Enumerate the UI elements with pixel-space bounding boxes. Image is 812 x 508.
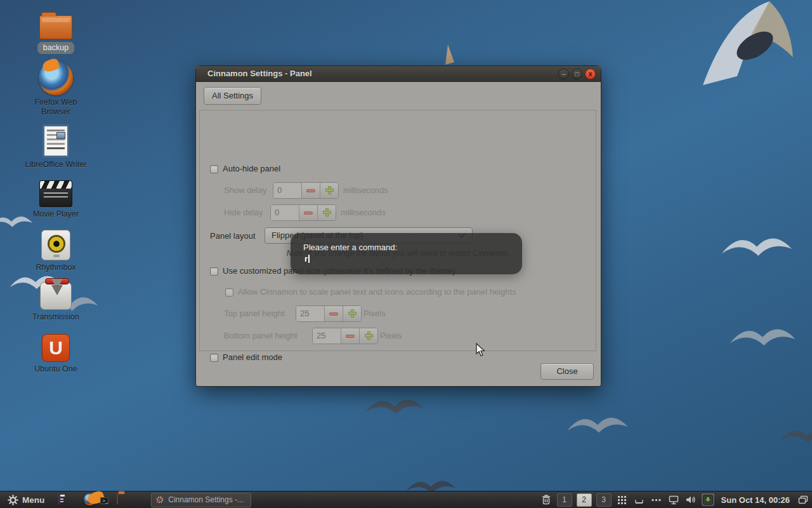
desktop-icon-rhythmbox[interactable]: Rhythmbox	[10, 230, 102, 272]
minimized-window-icon[interactable]	[633, 493, 646, 506]
increment-button[interactable]	[320, 183, 338, 198]
taskbar-item-cinnamon-settings[interactable]: Cinnamon Settings -...	[151, 493, 251, 507]
desktop-icon-label: LibreOffice Writer	[10, 160, 102, 170]
command-prompt-label: Please enter a command:	[303, 243, 397, 252]
display-icon[interactable]	[667, 493, 680, 506]
firefox-icon	[84, 493, 96, 505]
decrement-button[interactable]	[299, 205, 317, 220]
top-height-spinner[interactable]: 25	[296, 305, 362, 322]
hide-delay-spinner[interactable]: 0	[270, 204, 336, 221]
trash-icon[interactable]	[540, 493, 553, 506]
close-window-button[interactable]: x	[585, 69, 596, 79]
desktop-icon-ubuntu-one[interactable]: U Ubuntu One	[10, 334, 102, 374]
show-delay-spinner[interactable]: 0	[273, 182, 339, 199]
menu-button[interactable]: Menu	[5, 493, 47, 507]
download-lever-icon	[40, 282, 72, 310]
auto-hide-checkbox[interactable]	[210, 165, 218, 173]
plus-icon	[365, 331, 373, 340]
show-desktop-launcher[interactable]	[58, 493, 71, 506]
show-delay-unit: milliseconds	[343, 185, 388, 195]
clock[interactable]: Sun Oct 14, 00:26	[721, 495, 790, 505]
show-delay-label: Show delay	[224, 185, 266, 195]
desktop-icon-transmission[interactable]: Transmission	[10, 282, 102, 322]
decrement-button[interactable]	[341, 328, 359, 344]
bird-silhouette	[727, 318, 798, 361]
workspace-button-3[interactable]: 3	[596, 493, 612, 507]
panel-edit-mode-label: Panel edit mode	[223, 352, 282, 362]
plus-icon	[348, 309, 357, 318]
writer-document-icon	[43, 124, 69, 157]
desktop-icon-movie-player[interactable]: Movie Player	[10, 180, 102, 219]
speaker-icon	[41, 230, 70, 260]
titlebar[interactable]: Cinnamon Settings - Panel – □ x	[196, 66, 601, 82]
desktop-icon-label: Ubuntu One	[10, 364, 102, 374]
minus-icon	[306, 189, 315, 192]
top-height-value[interactable]: 25	[296, 306, 324, 321]
minus-icon	[329, 312, 338, 316]
close-button[interactable]: Close	[540, 363, 594, 380]
menu-label: Menu	[22, 495, 44, 505]
maximize-button[interactable]: □	[572, 69, 582, 79]
firefox-launcher[interactable]	[84, 493, 96, 506]
workspace-button-2[interactable]: 2	[577, 493, 592, 507]
bottom-height-value[interactable]: 25	[313, 328, 341, 344]
bird-silhouette	[435, 43, 458, 65]
purple-window-icon	[58, 493, 60, 505]
desktop-icon-firefox[interactable]: Firefox Web Browser	[10, 61, 102, 117]
bottom-height-label: Bottom panel height	[224, 331, 298, 340]
volume-icon[interactable]	[684, 493, 697, 506]
decrement-button[interactable]	[301, 183, 320, 198]
increment-button[interactable]	[343, 306, 361, 321]
all-settings-button[interactable]: All Settings	[204, 87, 261, 105]
increment-button[interactable]	[317, 205, 336, 220]
folder-icon	[117, 493, 118, 505]
hide-delay-unit: milliseconds	[341, 208, 386, 217]
bottom-height-unit: Pixels	[380, 331, 402, 340]
desktop-icon-backup[interactable]: backup	[10, 15, 102, 54]
clapperboard-icon	[39, 180, 72, 207]
ubuntu-one-logo: U	[42, 334, 70, 362]
increment-button[interactable]	[359, 328, 377, 344]
update-manager-icon[interactable]	[702, 493, 714, 506]
auto-hide-label: Auto-hide panel	[223, 164, 280, 173]
files-launcher[interactable]	[117, 493, 129, 506]
text-caret	[308, 255, 310, 263]
bird-silhouette	[778, 419, 812, 456]
allow-scale-label: Allow Cinnamon to scale panel text and i…	[238, 287, 516, 297]
hide-delay-value[interactable]: 0	[271, 205, 299, 220]
settings-gear-icon	[155, 495, 164, 504]
window-title: Cinnamon Settings - Panel	[207, 69, 312, 78]
desktop-icon-label: Movie Player	[10, 210, 102, 219]
bird-silhouette	[565, 406, 631, 447]
top-height-label: Top panel height	[224, 309, 284, 318]
settings-panel-frame: Auto-hide panel Show delay 0 millisecond…	[199, 110, 596, 351]
folder-icon	[39, 15, 72, 39]
settings-window: Cinnamon Settings - Panel – □ x All Sett…	[195, 65, 601, 387]
minimize-button[interactable]: –	[558, 69, 569, 79]
desktop-icon-label: Transmission	[10, 312, 102, 322]
terminal-launcher[interactable]: >_	[100, 493, 113, 506]
workspace-button-1[interactable]: 1	[557, 493, 572, 507]
mouse-cursor	[476, 343, 486, 357]
window-list-icon[interactable]	[797, 493, 809, 506]
allow-scale-checkbox[interactable]	[225, 288, 233, 297]
desktop-icon-libreoffice-writer[interactable]: LibreOffice Writer	[10, 124, 102, 170]
use-custom-size-checkbox[interactable]	[210, 267, 218, 276]
panel-edit-mode-checkbox[interactable]	[210, 354, 218, 362]
desktop-icon-label: backup	[37, 42, 74, 54]
top-height-unit: Pixels	[363, 309, 386, 318]
overflow-dots-icon[interactable]	[650, 493, 663, 506]
expo-grid-icon[interactable]	[616, 493, 629, 506]
gear-icon	[8, 495, 18, 505]
plus-icon	[325, 186, 334, 194]
decrement-button[interactable]	[324, 306, 343, 321]
desktop-icon-label: Rhythmbox	[10, 263, 102, 272]
panel-layout-label: Panel layout	[210, 231, 256, 241]
command-input[interactable]: r	[304, 254, 310, 264]
bottom-panel: Menu >_ Cinnamon Settings -... 1 2 3	[0, 491, 812, 508]
show-delay-value[interactable]: 0	[273, 183, 301, 198]
run-command-dialog[interactable]: Please enter a command: r	[291, 233, 522, 274]
bottom-height-spinner[interactable]: 25	[312, 328, 378, 344]
hide-delay-label: Hide delay	[224, 208, 263, 217]
bird-silhouette	[718, 226, 796, 272]
